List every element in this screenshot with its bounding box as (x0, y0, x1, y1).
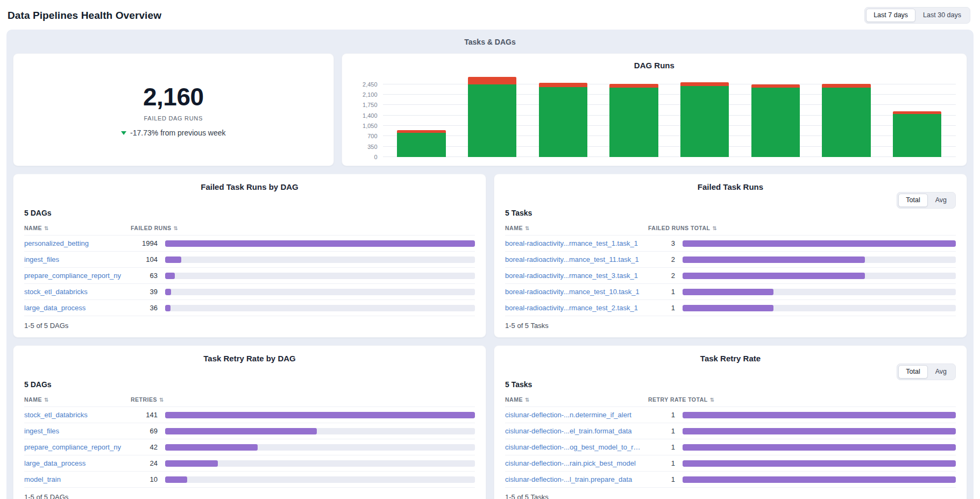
bar-fill (165, 460, 218, 467)
dag-runs-stacked-bar-chart: 03507001,0501,4001,7502,1002,450 (353, 75, 956, 157)
name-link[interactable]: personalized_betting (24, 239, 123, 247)
bar-track (165, 476, 475, 483)
toggle-avg-button[interactable]: Avg (928, 194, 954, 207)
result-count: 5 Tasks (505, 209, 956, 217)
column-header-value[interactable]: RETRIES ⇅ (131, 396, 475, 403)
dag-runs-bar[interactable] (609, 75, 658, 157)
success-bar-segment (751, 88, 800, 157)
row-value: 42 (131, 443, 158, 451)
table-row: boreal-radioactivity...mance_test_10.tas… (505, 284, 956, 300)
table-row: personalized_betting1994 (24, 236, 475, 252)
bar-fill (683, 273, 865, 279)
name-link[interactable]: stock_etl_databricks (24, 288, 123, 296)
sort-icon: ⇅ (710, 397, 715, 403)
toggle-total-button[interactable]: Total (898, 365, 927, 379)
bar-track (165, 240, 475, 247)
name-link[interactable]: cislunar-deflection-...l_train.prepare_d… (505, 475, 641, 483)
table-header-row: NAME ⇅FAILED RUNS TOTAL ⇅ (505, 222, 956, 236)
failed-bar-segment (680, 82, 729, 86)
bar-track (165, 305, 475, 311)
kpi-delta: -17.73% from previous week (121, 129, 225, 137)
table-header-row: NAME ⇅FAILED RUNS ⇅ (24, 222, 475, 236)
row-value: 104 (131, 255, 158, 263)
bar-track (683, 412, 956, 418)
toggle-total-button[interactable]: Total (898, 194, 927, 207)
y-axis-tick-label: 1,750 (363, 102, 378, 108)
dag-runs-bar[interactable] (539, 75, 588, 157)
name-link[interactable]: prepare_compliance_report_ny (24, 443, 123, 451)
row-value: 3 (648, 239, 675, 247)
toggle-avg-button[interactable]: Avg (928, 365, 954, 379)
column-header-name[interactable]: NAME ⇅ (505, 225, 641, 231)
bar-fill (683, 240, 956, 247)
name-link[interactable]: large_data_process (24, 304, 123, 312)
name-link[interactable]: ingest_files (24, 255, 123, 263)
y-axis-tick-label: 2,450 (363, 81, 378, 88)
dag-runs-bar[interactable] (468, 75, 517, 157)
name-link[interactable]: boreal-radioactivity...rmance_test_2.tas… (505, 304, 641, 312)
name-link[interactable]: cislunar-deflection-...el_train.format_d… (505, 427, 641, 435)
row-value: 1 (648, 443, 675, 451)
column-header-name[interactable]: NAME ⇅ (24, 225, 123, 231)
dag-runs-bar[interactable] (822, 75, 871, 157)
section-title: Tasks & DAGs (13, 34, 967, 53)
table-row: cislunar-deflection-...el_train.format_d… (505, 423, 956, 439)
bar-track (683, 305, 956, 311)
table-row: cislunar-deflection-...l_train.prepare_d… (505, 472, 956, 488)
name-link[interactable]: prepare_compliance_report_ny (24, 272, 123, 280)
row-value: 2 (648, 272, 675, 280)
name-link[interactable]: model_train (24, 475, 123, 483)
name-link[interactable]: cislunar-deflection-...rain.pick_best_mo… (505, 459, 641, 467)
bar-fill (165, 444, 258, 451)
column-header-value[interactable]: RETRY RATE TOTAL ⇅ (648, 396, 956, 403)
panel-failed-task-runs: Failed Task RunsTotalAvg5 TasksNAME ⇅FAI… (494, 174, 967, 338)
page-header: Data Pipelines Health Overview Last 7 da… (0, 0, 980, 30)
column-header-value[interactable]: FAILED RUNS ⇅ (131, 225, 475, 231)
bar-track (165, 256, 475, 263)
bar-track (683, 289, 956, 295)
total-avg-toggle: TotalAvg (897, 192, 956, 209)
name-link[interactable]: stock_etl_databricks (24, 411, 123, 419)
y-axis-tick-label: 0 (374, 154, 377, 160)
panel-title: Failed Task Runs (505, 182, 956, 191)
row-value: 1 (648, 411, 675, 419)
y-axis-tick-label: 1,050 (363, 123, 378, 129)
column-header-value[interactable]: FAILED RUNS TOTAL ⇅ (648, 225, 956, 231)
name-link[interactable]: cislunar-deflection-...og_best_model_to_… (505, 443, 641, 451)
dag-runs-bar[interactable] (893, 75, 942, 157)
dag-runs-bar[interactable] (397, 75, 446, 157)
dag-runs-bar[interactable] (751, 75, 800, 157)
column-header-name[interactable]: NAME ⇅ (505, 396, 641, 403)
name-link[interactable]: cislunar-deflection-...n.determine_if_al… (505, 411, 641, 419)
success-bar-segment (609, 88, 658, 157)
time-range-last-30-days-button[interactable]: Last 30 days (915, 9, 969, 22)
bar-fill (683, 476, 956, 483)
table-row: prepare_compliance_report_ny42 (24, 439, 475, 455)
bar-track (165, 444, 475, 451)
table-row: ingest_files69 (24, 423, 475, 439)
row-value: 10 (131, 475, 158, 483)
name-link[interactable]: boreal-radioactivity...rmance_test_3.tas… (505, 272, 641, 280)
name-link[interactable]: large_data_process (24, 459, 123, 467)
sort-icon: ⇅ (174, 225, 179, 231)
name-link[interactable]: boreal-radioactivity...mance_test_11.tas… (505, 255, 641, 263)
tasks-dags-section: Tasks & DAGs 2,160 FAILED DAG RUNS -17.7… (6, 30, 974, 499)
dag-runs-chart-card: DAG Runs 03507001,0501,4001,7502,1002,45… (342, 53, 967, 166)
row-value: 1 (648, 288, 675, 296)
name-link[interactable]: ingest_files (24, 427, 123, 435)
table-row: stock_etl_databricks39 (24, 284, 475, 300)
table-row: ingest_files104 (24, 252, 475, 268)
failed-dag-runs-label: FAILED DAG RUNS (144, 115, 203, 122)
page-title: Data Pipelines Health Overview (8, 10, 161, 22)
name-link[interactable]: boreal-radioactivity...mance_test_10.tas… (505, 288, 641, 296)
sort-icon: ⇅ (159, 397, 164, 403)
name-link[interactable]: boreal-radioactivity...rmance_test_1.tas… (505, 239, 641, 247)
column-header-name[interactable]: NAME ⇅ (24, 396, 123, 403)
panel-title: Failed Task Runs by DAG (24, 182, 475, 191)
row-value: 1 (648, 459, 675, 467)
time-range-last-7-days-button[interactable]: Last 7 days (866, 9, 915, 22)
dag-runs-bar[interactable] (680, 75, 729, 157)
y-axis-tick-label: 1,400 (363, 112, 378, 119)
bar-fill (165, 273, 175, 279)
success-bar-segment (397, 133, 446, 157)
